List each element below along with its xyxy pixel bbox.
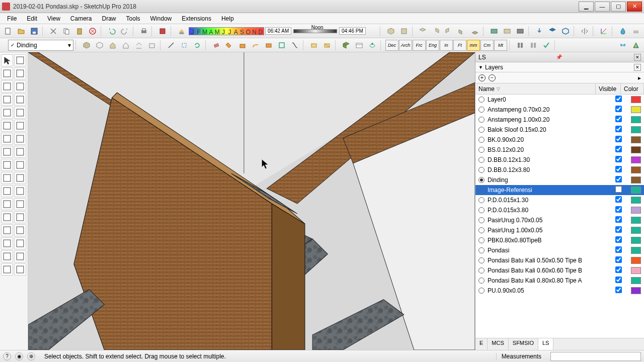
layer-active-radio[interactable] [478,247,485,253]
layer-row[interactable]: Pondasi Batu Kali 0.60x0.60 Tipe B [475,265,644,276]
layer-active-radio[interactable] [478,217,485,223]
layer-color-swatch[interactable] [631,96,641,103]
time-track[interactable] [293,29,337,33]
print-icon[interactable] [138,25,150,37]
panel-close-icon[interactable]: ✕ [634,64,641,71]
delete-icon[interactable] [87,25,99,37]
tray-header[interactable]: LS 📌 ✕ [475,52,644,62]
collapse-icon[interactable]: ▼ [478,65,483,70]
paste-icon[interactable] [73,25,86,37]
measurements-input[interactable] [550,352,641,361]
layer-visible-checkbox[interactable] [615,266,622,273]
polygon-tool-icon[interactable] [14,94,26,106]
date-slider[interactable]: JFMAMJJASOND [189,27,264,35]
layer-visible-checkbox[interactable] [615,176,622,183]
axes-tool-icon[interactable] [1,198,13,210]
menu-draw[interactable]: Draw [97,14,121,23]
layer-active-radio[interactable] [478,177,485,183]
layer-active-radio[interactable] [478,107,485,113]
butterfly-icon[interactable] [617,39,629,51]
layer-active-radio[interactable] [478,147,485,153]
circle-tool-icon[interactable] [1,94,13,106]
layer-row[interactable]: PBK0.80x0.80TipeB [475,235,644,245]
pin-icon[interactable]: 📌 [556,54,562,60]
layer-color-swatch[interactable] [631,267,641,274]
layer-visible-checkbox[interactable] [615,146,622,152]
layer-active-radio[interactable] [478,137,485,143]
scale-icon[interactable] [276,39,288,51]
menu-window[interactable]: Window [145,14,177,23]
photo-textures-icon[interactable] [514,25,526,37]
layer-visible-checkbox[interactable] [615,156,622,162]
shadow-toggle-icon[interactable] [176,25,188,37]
layer-active-radio[interactable] [478,207,485,213]
layer-visible-checkbox[interactable] [615,277,622,283]
left-view-icon[interactable] [456,25,468,37]
sections-icon[interactable] [514,39,526,51]
unit-frc[interactable]: Frc [413,40,426,51]
tray-tab-ls[interactable]: LS [538,338,553,350]
layer-row[interactable]: PU.0.90x0.05 [475,286,644,296]
extension-warehouse-icon[interactable] [353,39,365,51]
pie-tool-icon[interactable] [14,120,26,132]
prism-icon[interactable] [630,39,642,51]
layer-visible-checkbox[interactable] [615,236,622,243]
layer-row[interactable]: Pondasi Batu Kali 0.50x0.50 Tipe B [475,255,644,265]
layer-row[interactable]: P.D.0.015x1.30 [475,195,644,205]
layer-combo[interactable]: ✓ Dinding ▾ [8,40,73,51]
layer-color-swatch[interactable] [631,156,641,163]
layers-header[interactable]: ▼ Layers ✕ [475,62,644,72]
3dtext-tool-icon[interactable] [14,198,26,210]
followme-tool-icon[interactable] [14,146,26,158]
follow-me-icon[interactable] [250,39,262,51]
layer-row[interactable]: BK.0.90x0.20 [475,135,644,145]
house-front-icon[interactable] [120,39,132,51]
cut-icon[interactable] [47,25,59,37]
toggle-terrain-icon[interactable] [501,25,513,37]
wireframe-cube-icon[interactable] [94,39,106,51]
push-pull-icon[interactable] [236,39,249,51]
offset-tool-icon[interactable] [14,159,26,171]
geo-icon[interactable]: ⊕ [27,352,35,360]
menu-camera[interactable]: Camera [65,14,97,23]
layer-visible-checkbox[interactable] [615,106,622,112]
layout-icon[interactable] [366,39,378,51]
layer-active-radio[interactable] [478,288,485,294]
layer-color-swatch[interactable] [631,166,641,173]
layers-list[interactable]: Layer0Anstampeng 0.70x0.20Anstampeng 1.0… [475,95,644,338]
menu-tools[interactable]: Tools [121,14,145,23]
layer-row[interactable]: D.BB.0.12x3.80 [475,165,644,175]
check-plugin-icon[interactable] [540,39,552,51]
maximize-button[interactable]: ▢ [611,2,626,12]
rotrect-tool-icon[interactable] [14,80,26,93]
layer-color-swatch[interactable] [631,237,641,244]
layer-row[interactable]: PasirUrug 0.70x0.05 [475,215,644,225]
lasso-tool-icon[interactable] [14,54,26,66]
rotate-tool-icon[interactable] [1,146,13,158]
2ptarc-tool-icon[interactable] [14,107,26,119]
layer-row[interactable]: Pondasi [475,245,644,255]
solid-cube-icon[interactable] [80,39,93,51]
intersect-icon[interactable] [321,39,333,51]
offset-icon[interactable] [263,39,275,51]
layer-active-radio[interactable] [478,267,485,274]
layer-active-radio[interactable] [478,157,485,163]
layer-color-swatch[interactable] [631,146,641,153]
layer-active-radio[interactable] [478,197,485,203]
layer-active-radio[interactable] [478,167,485,173]
unit-mt[interactable]: Mt [494,40,507,51]
fog-icon[interactable] [630,25,642,37]
menu-edit[interactable]: Edit [22,14,42,23]
freehand-tool-icon[interactable] [14,67,26,79]
model-info-icon[interactable] [156,25,169,37]
house-icon[interactable] [107,39,119,51]
layer-row[interactable]: Anstampeng 0.70x0.20 [475,105,644,115]
profile-icon[interactable]: ◉ [15,352,23,360]
iso-icon[interactable] [385,25,397,37]
tray-tab-e[interactable]: E [475,338,488,350]
front-view-icon[interactable] [417,25,429,37]
flip-horizontal-icon[interactable] [579,25,591,37]
layer-row[interactable]: Image-Referensi [475,185,644,195]
line-tool-icon[interactable] [165,39,177,51]
col-color[interactable]: Color [621,83,644,94]
